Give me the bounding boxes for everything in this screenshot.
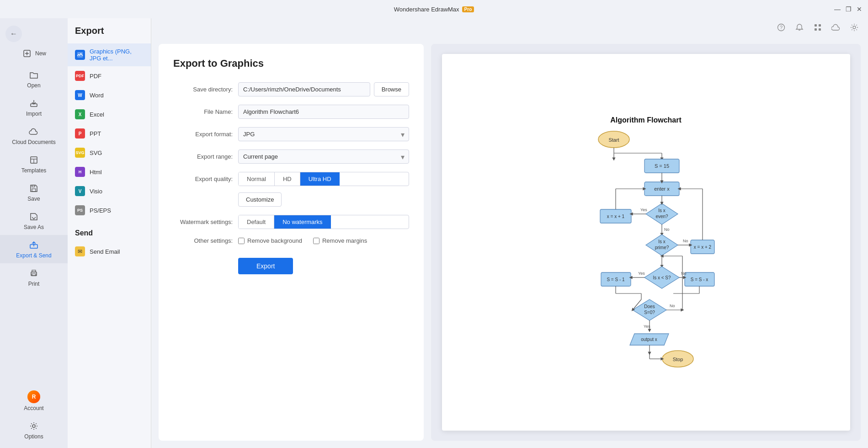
svg-text:Stop: Stop [673, 357, 683, 362]
nav-label-new: New [35, 50, 46, 57]
app-title: Wondershare EdrawMax Pro [394, 6, 474, 13]
save-icon [28, 183, 39, 194]
svg-text:No: No [683, 239, 688, 243]
sidebar-item-graphics[interactable]: Graphics (PNG, JPG et... [68, 43, 151, 66]
nav-label-open: Open [27, 82, 40, 89]
top-toolbar: ? [151, 18, 868, 37]
sidebar-item-html[interactable]: H Html [68, 162, 151, 181]
nav-item-print[interactable]: Print [0, 263, 68, 292]
sidebar-item-svg[interactable]: SVG SVG [68, 143, 151, 162]
cloud-toolbar-icon[interactable] [830, 21, 842, 34]
quality-normal-button[interactable]: Normal [239, 172, 275, 186]
quality-group: Normal HD Ultra HD [238, 172, 409, 186]
remove-bg-checkbox-item[interactable]: Remove background [238, 237, 302, 244]
other-settings-control: Remove background Remove margins [238, 237, 409, 244]
close-button[interactable]: ✕ [856, 6, 863, 12]
svg-rect-20 [815, 24, 817, 27]
sidebar-item-visio[interactable]: V Visio [68, 181, 151, 201]
visio-icon: V [75, 186, 85, 196]
svg-text:S = 15: S = 15 [655, 163, 669, 169]
ppt-icon: P [75, 128, 85, 139]
svg-rect-21 [819, 24, 821, 27]
quality-hd-button[interactable]: HD [275, 172, 300, 186]
window-controls: — ❐ ✕ [834, 6, 863, 12]
apps-icon[interactable] [811, 21, 824, 34]
save-directory-input[interactable] [238, 82, 370, 96]
export-icon [28, 240, 39, 251]
nav-item-templates[interactable]: Templates [0, 150, 68, 178]
help-icon[interactable]: ? [775, 21, 788, 34]
svg-icon: SVG [75, 148, 85, 158]
nav-item-cloud[interactable]: Cloud Documents [0, 122, 68, 150]
sidebar-item-pdf[interactable]: PDF PDF [68, 66, 151, 85]
send-section: Send ✉ Send Email [68, 229, 151, 261]
notification-icon[interactable] [793, 21, 806, 34]
file-name-input[interactable] [238, 105, 409, 119]
export-format-select[interactable]: JPG PNG BMP SVG [238, 127, 409, 141]
file-name-label: File Name: [173, 108, 233, 115]
nav-item-new[interactable]: New [0, 42, 68, 65]
back-button[interactable]: ← [5, 26, 22, 42]
watermark-none-button[interactable]: No watermarks [274, 215, 330, 229]
svg-text:Is x: Is x [658, 239, 666, 244]
quality-ultrahd-button[interactable]: Ultra HD [300, 172, 340, 186]
settings-icon[interactable] [848, 21, 861, 34]
sidebar-item-excel[interactable]: X Excel [68, 105, 151, 124]
nav-item-account[interactable]: R Account [0, 386, 68, 416]
export-button-area: Export [173, 252, 409, 274]
sidebar-item-sendemail[interactable]: ✉ Send Email [68, 242, 151, 261]
nav-label-options: Options [24, 433, 43, 440]
remove-margins-checkbox[interactable] [313, 238, 320, 244]
export-format-row: Export format: JPG PNG BMP SVG [173, 127, 409, 141]
svg-point-24 [853, 26, 856, 29]
sidebar-label-html: Html [90, 169, 102, 176]
titlebar: Wondershare EdrawMax Pro — ❐ ✕ [0, 0, 868, 18]
avatar: R [27, 390, 40, 403]
export-button[interactable]: Export [238, 258, 293, 274]
nav-item-saveas[interactable]: Save As [0, 207, 68, 235]
remove-margins-checkbox-item[interactable]: Remove margins [313, 237, 367, 244]
svg-rect-22 [815, 28, 817, 31]
svg-text:prime?: prime? [655, 245, 669, 250]
flowchart-container: Algorithm Flowchart Start S = 15 [456, 68, 836, 417]
maximize-button[interactable]: ❐ [845, 6, 852, 12]
minimize-button[interactable]: — [834, 6, 841, 12]
svg-text:enter x: enter x [654, 186, 670, 192]
customize-button[interactable]: Customize [238, 192, 282, 207]
cloud-icon [28, 126, 39, 137]
send-title: Send [68, 229, 151, 242]
sidebar-item-pseps[interactable]: PS PS/EPS [68, 201, 151, 220]
remove-bg-label: Remove background [247, 237, 302, 244]
svg-text:S = S - x: S = S - x [691, 277, 708, 282]
checkbox-row: Remove background Remove margins [238, 237, 409, 244]
nav-item-open[interactable]: Open [0, 65, 68, 93]
sidebar-label-ppt: PPT [90, 130, 101, 137]
back-button-area: ← [0, 22, 68, 42]
export-range-label: Export range: [173, 153, 233, 160]
remove-bg-checkbox[interactable] [238, 238, 245, 244]
nav-item-options[interactable]: Options [0, 416, 68, 444]
excel-icon: X [75, 109, 85, 119]
watermark-default-button[interactable]: Default [239, 215, 274, 229]
sidebar-item-ppt[interactable]: P PPT [68, 124, 151, 143]
graphics-icon [75, 50, 85, 60]
svg-text:even?: even? [655, 214, 668, 219]
preview-inner: Algorithm Flowchart Start S = 15 [442, 54, 850, 431]
chart-title: Algorithm Flowchart [610, 116, 682, 124]
nav-item-exportandsend[interactable]: Export & Send [0, 235, 68, 263]
sidebar-label-sendemail: Send Email [90, 248, 120, 255]
options-icon [28, 421, 39, 432]
export-quality-row: Export quality: Normal HD Ultra HD Custo… [173, 172, 409, 207]
sidebar-item-word[interactable]: W Word [68, 85, 151, 105]
sidebar-label-word: Word [90, 92, 104, 99]
svg-text:Is x: Is x [658, 208, 666, 213]
pro-badge: Pro [462, 6, 474, 12]
nav-label-saveas: Save As [24, 224, 44, 230]
svg-text:S = S - 1: S = S - 1 [607, 277, 625, 282]
import-icon [28, 98, 39, 109]
browse-button[interactable]: Browse [374, 82, 409, 96]
nav-item-save[interactable]: Save [0, 178, 68, 207]
svg-text:Is x < S?: Is x < S? [653, 275, 671, 280]
export-range-select[interactable]: Current page All pages Selection [238, 149, 409, 164]
nav-item-import[interactable]: Import [0, 93, 68, 122]
